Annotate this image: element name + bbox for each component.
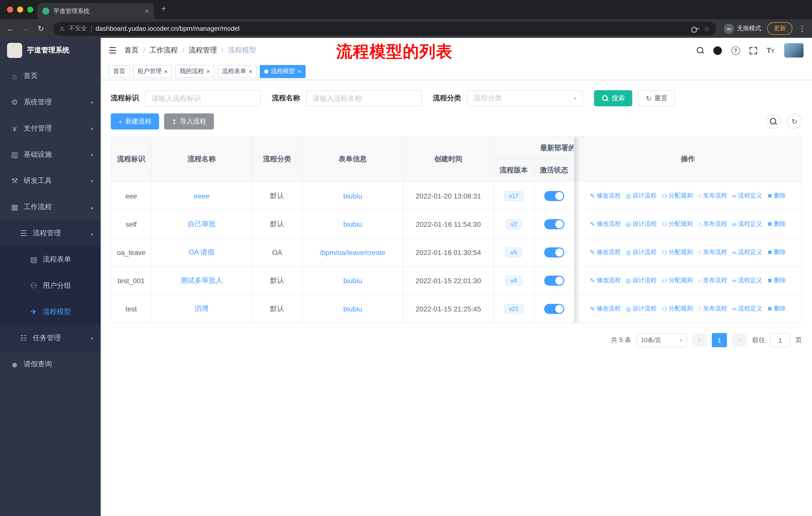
- sidebar-item-home[interactable]: ⌂首页: [0, 63, 101, 89]
- action-design[interactable]: ◎设计流程: [626, 220, 657, 228]
- action-modify[interactable]: ✎修改流程: [590, 248, 621, 256]
- refresh-button[interactable]: ↻: [787, 114, 802, 129]
- sidebar-item-process-form[interactable]: ▤流程表单: [0, 246, 101, 273]
- action-definition[interactable]: ∞流程定义: [732, 220, 762, 228]
- tag-close-icon[interactable]: ×: [206, 68, 210, 75]
- process-name-link[interactable]: 自己审批: [187, 219, 216, 228]
- sidebar-item-process-model[interactable]: ✈流程模型: [0, 299, 101, 325]
- sidebar-item-user-group[interactable]: ⚇用户分组: [0, 273, 101, 299]
- github-icon[interactable]: [713, 46, 722, 55]
- process-name-link[interactable]: 测试多审批人: [180, 276, 223, 285]
- action-modify[interactable]: ✎修改流程: [590, 304, 621, 313]
- process-name-link[interactable]: 滔博: [195, 304, 209, 313]
- page-size-select[interactable]: 10条/页 ▾: [636, 333, 687, 347]
- menu-fold-icon[interactable]: ☰: [109, 45, 117, 56]
- action-design[interactable]: ◎设计流程: [626, 248, 657, 256]
- form-link[interactable]: biubiu: [343, 220, 362, 228]
- category-select[interactable]: 流程分类 ▾: [467, 90, 583, 106]
- bookmark-star-icon[interactable]: ☆: [703, 24, 710, 32]
- security-label[interactable]: 不安全: [69, 24, 87, 33]
- prev-page-button[interactable]: ‹: [692, 333, 707, 347]
- action-publish[interactable]: ☝发布流程: [698, 304, 727, 313]
- process-name-input[interactable]: [306, 90, 422, 106]
- action-delete[interactable]: ✖删除: [767, 304, 786, 313]
- reset-button[interactable]: ↻ 重置: [638, 90, 675, 106]
- toggle-search-button[interactable]: [766, 114, 781, 129]
- sidebar-item-system[interactable]: ⚙系统管理▾: [0, 89, 101, 115]
- search-icon[interactable]: [696, 47, 703, 54]
- address-bar[interactable]: ⚠ 不安全 dashboard.yudao.iocoder.cn/bpm/man…: [53, 21, 716, 35]
- next-page-button[interactable]: ›: [732, 333, 747, 347]
- tab-close-icon[interactable]: ×: [145, 7, 149, 15]
- action-definition[interactable]: ∞流程定义: [732, 276, 762, 285]
- action-modify[interactable]: ✎修改流程: [590, 276, 621, 285]
- action-modify[interactable]: ✎修改流程: [590, 220, 621, 228]
- action-publish[interactable]: ☝发布流程: [698, 191, 727, 200]
- active-toggle[interactable]: [544, 247, 564, 257]
- url-text[interactable]: dashboard.yudao.iocoder.cn/bpm/manager/m…: [96, 25, 688, 32]
- form-link[interactable]: /bpm/oa/leave/create: [320, 248, 386, 256]
- avatar[interactable]: [784, 43, 804, 58]
- action-delete[interactable]: ✖删除: [767, 248, 786, 256]
- action-delete[interactable]: ✖删除: [767, 220, 786, 228]
- sidebar-item-process-mgmt[interactable]: ☰流程管理▴: [0, 220, 101, 246]
- help-icon[interactable]: ?: [731, 46, 740, 55]
- breadcrumb-item[interactable]: 工作流程: [149, 46, 178, 55]
- sidebar-item-workflow[interactable]: ▦工作流程▴: [0, 194, 101, 220]
- action-publish[interactable]: ☝发布流程: [698, 248, 727, 256]
- action-modify[interactable]: ✎修改流程: [590, 191, 621, 200]
- action-delete[interactable]: ✖删除: [767, 191, 786, 200]
- action-delete[interactable]: ✖删除: [767, 276, 786, 285]
- view-tag[interactable]: 流程模型×: [260, 65, 306, 78]
- font-size-icon[interactable]: TT: [766, 46, 774, 55]
- sidebar-item-payment[interactable]: ¥支付管理▾: [0, 115, 101, 142]
- form-link[interactable]: biubiu: [343, 305, 362, 313]
- action-design[interactable]: ◎设计流程: [626, 304, 657, 313]
- process-id-input[interactable]: [145, 90, 261, 106]
- action-design[interactable]: ◎设计流程: [626, 191, 657, 200]
- active-toggle[interactable]: [544, 219, 564, 229]
- reload-icon[interactable]: ↻: [36, 24, 45, 33]
- sidebar-item-devtools[interactable]: ⚒研发工具▾: [0, 168, 101, 194]
- action-definition[interactable]: ∞流程定义: [732, 248, 762, 256]
- back-icon[interactable]: ←: [6, 24, 15, 33]
- action-publish[interactable]: ☝发布流程: [698, 276, 727, 285]
- form-link[interactable]: biubiu: [343, 192, 362, 200]
- new-tab-button[interactable]: +: [161, 3, 166, 14]
- forward-icon[interactable]: →: [21, 24, 30, 33]
- view-tag[interactable]: 首页: [109, 65, 130, 78]
- action-design[interactable]: ◎设计流程: [626, 276, 657, 285]
- action-definition[interactable]: ∞流程定义: [732, 304, 762, 313]
- tag-close-icon[interactable]: ×: [249, 68, 252, 75]
- active-toggle[interactable]: [544, 191, 564, 201]
- action-publish[interactable]: ☝发布流程: [698, 220, 727, 228]
- process-name-link[interactable]: OA 请假: [189, 248, 215, 257]
- window-zoom-button[interactable]: [27, 6, 33, 12]
- action-assign[interactable]: ⚇分配规则: [662, 220, 693, 228]
- action-definition[interactable]: ∞流程定义: [732, 191, 762, 200]
- action-assign[interactable]: ⚇分配规则: [662, 304, 693, 313]
- sidebar-item-infra[interactable]: ▥基础设施▾: [0, 142, 101, 168]
- key-icon[interactable]: [691, 26, 699, 31]
- create-process-button[interactable]: + 新建流程: [111, 113, 159, 130]
- window-close-button[interactable]: [7, 6, 13, 12]
- browser-menu-icon[interactable]: ⋮: [799, 24, 806, 33]
- browser-tab[interactable]: 芋道管理系统 ×: [37, 3, 154, 19]
- search-button[interactable]: 搜索: [594, 90, 632, 106]
- view-tag[interactable]: 流程表单×: [218, 65, 257, 78]
- action-assign[interactable]: ⚇分配规则: [662, 248, 693, 256]
- goto-page-input[interactable]: [770, 333, 790, 347]
- breadcrumb-item[interactable]: 首页: [124, 46, 139, 55]
- form-link[interactable]: biubiu: [343, 276, 362, 284]
- process-name-link[interactable]: eeee: [194, 192, 209, 200]
- update-button[interactable]: 更新: [767, 22, 792, 35]
- view-tag[interactable]: 我的流程×: [175, 65, 214, 78]
- sidebar-item-leave-query[interactable]: ☻请假查询: [0, 351, 101, 377]
- action-assign[interactable]: ⚇分配规则: [662, 191, 693, 200]
- action-assign[interactable]: ⚇分配规则: [662, 276, 693, 285]
- breadcrumb-item[interactable]: 流程管理: [189, 46, 217, 55]
- active-toggle[interactable]: [544, 275, 564, 286]
- fullscreen-icon[interactable]: [749, 47, 757, 54]
- import-process-button[interactable]: ↥ 导入流程: [164, 113, 214, 130]
- tag-close-icon[interactable]: ×: [297, 68, 301, 75]
